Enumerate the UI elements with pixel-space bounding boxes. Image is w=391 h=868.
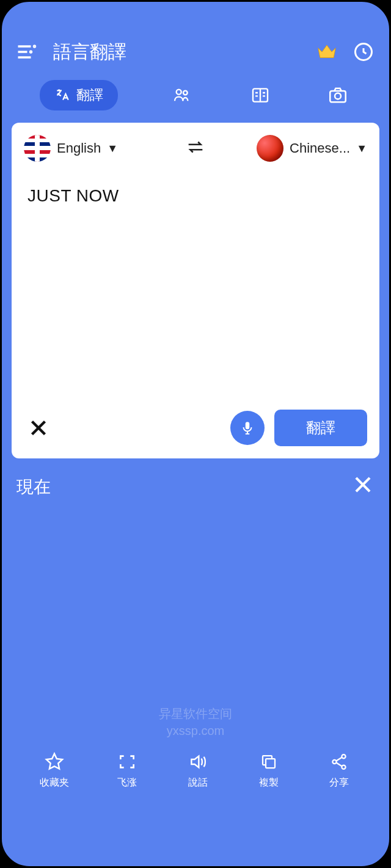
swap-languages-button[interactable] [178,137,213,160]
nav-share[interactable]: 分享 [327,750,351,789]
swap-icon [185,137,206,157]
input-text-area[interactable]: JUST NOW [12,174,379,400]
svg-rect-18 [246,422,250,429]
nav-favorite[interactable]: 收藏夹 [40,750,69,789]
menu-icon[interactable] [14,40,38,64]
svg-point-6 [177,90,181,95]
app-title: 語言翻譯 [53,40,304,65]
close-icon [27,417,49,439]
crown-icon[interactable] [313,38,340,65]
watermark-line1: 异星软件空间 [159,705,232,722]
chevron-down-icon: ▼ [107,142,118,155]
microphone-icon [239,420,255,436]
history-icon[interactable] [350,38,377,65]
svg-point-4 [31,51,32,52]
translate-icon [54,87,70,103]
status-bar-area [2,2,389,31]
app-header: 語言翻譯 [2,31,389,73]
speaker-icon [186,750,210,774]
nav-speak[interactable]: 說話 [186,750,210,789]
camera-icon [327,85,348,106]
nav-copy-label: 複製 [259,776,279,789]
tab-dictionary[interactable] [247,82,274,109]
nav-copy[interactable]: 複製 [257,750,281,789]
nav-favorite-label: 收藏夹 [40,776,69,789]
source-language-selector[interactable]: English ▼ [24,135,173,162]
close-output-button[interactable] [351,473,375,499]
svg-point-3 [34,46,35,47]
tab-conversation[interactable] [169,82,196,109]
china-flag-icon [257,135,283,162]
output-panel: 現在 异星软件空间 yxssp.com 收藏夹 [2,458,389,800]
uk-flag-icon [24,135,51,162]
mode-tabs: 翻譯 [2,73,389,123]
source-language-name: English [57,140,101,156]
translate-button[interactable]: 翻譯 [274,410,367,446]
bottom-action-bar: 收藏夹 飞涨 說話 [2,750,389,789]
watermark: 异星软件空间 yxssp.com [159,705,232,739]
tab-translate-label: 翻譯 [76,86,103,104]
svg-point-15 [335,93,341,99]
target-language-name: Chinese... [290,140,350,156]
nav-expand[interactable]: 飞涨 [115,750,139,789]
svg-line-25 [336,758,342,761]
share-icon [327,750,351,774]
input-controls: 翻譯 [12,400,379,458]
chevron-down-icon: ▼ [356,142,367,155]
microphone-button[interactable] [230,411,265,445]
target-language-selector[interactable]: Chinese... ▼ [218,135,367,162]
copy-icon [257,750,281,774]
people-icon [172,85,192,105]
tab-translate[interactable]: 翻譯 [40,80,118,110]
clear-input-button[interactable] [24,413,53,443]
watermark-line2: yxssp.com [159,722,232,739]
star-icon [42,750,67,774]
svg-line-26 [336,762,342,766]
translation-card: English ▼ Chinese... ▼ JUST NOW [12,123,379,458]
input-text: JUST NOW [27,186,364,206]
close-icon [351,473,375,496]
nav-expand-label: 飞涨 [117,776,137,789]
output-text: 現在 [16,476,375,499]
tab-camera[interactable] [324,82,351,109]
fullscreen-icon [115,750,139,774]
nav-speak-label: 說話 [188,776,208,789]
svg-point-7 [183,91,188,95]
nav-share-label: 分享 [329,776,349,789]
svg-rect-21 [266,759,275,768]
book-icon [250,85,270,105]
app-screen: 語言翻譯 翻譯 [0,0,391,868]
language-selector-row: English ▼ Chinese... ▼ [12,123,379,174]
